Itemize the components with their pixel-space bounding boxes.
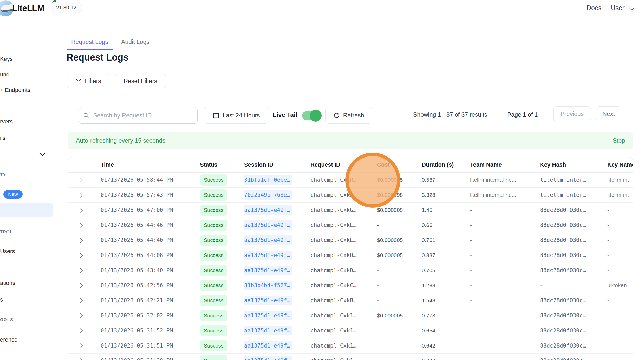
cell-request-id: chatcmpl-CxkC… — [310, 278, 377, 293]
cell-key-hash: 88dc28d0f030c… — [540, 353, 607, 360]
session-id-link[interactable]: aa1375d1-e49f… — [244, 220, 292, 230]
cell-duration: 1.548 — [422, 293, 470, 308]
sidebar-item-playground[interactable]: und — [0, 71, 10, 78]
table-row[interactable]: 01/13/2026 05:43:40 PM Success aa1375d1-… — [68, 263, 633, 278]
row-expand-chevron-icon[interactable] — [78, 343, 83, 348]
search-input[interactable] — [93, 112, 193, 119]
table-row[interactable]: 01/13/2026 05:31:52 PM Success aa1375d1-… — [68, 323, 633, 338]
user-menu[interactable]: User — [611, 4, 625, 12]
click-highlight-circle — [345, 153, 400, 208]
sidebar-item-servers[interactable]: rvers — [0, 118, 13, 125]
cell-team-name: - — [470, 263, 540, 278]
sidebar-section-observability: TY — [0, 173, 6, 177]
tab-request-logs[interactable]: Request Logs — [67, 35, 113, 50]
session-id-link[interactable]: aa1375d1-e49f… — [244, 296, 292, 305]
new-badge: New — [3, 190, 23, 199]
table-row[interactable]: 01/13/2026 05:42:56 PM Success 31b3b4b4-… — [68, 278, 633, 293]
row-expand-chevron-icon[interactable] — [78, 298, 83, 303]
user-chevron-down-icon[interactable] — [629, 5, 634, 10]
table-row[interactable]: 01/13/2026 05:42:21 PM Success aa1375d1-… — [68, 293, 633, 308]
row-expand-chevron-icon[interactable] — [78, 208, 83, 212]
table-row[interactable]: 01/13/2026 05:44:40 PM Success aa1375d1-… — [68, 233, 633, 248]
user-menu-label: User — [611, 4, 625, 11]
auto-refresh-banner: Auto-refreshing every 15 seconds Stop — [68, 132, 633, 149]
status-badge: Success — [200, 250, 227, 261]
session-id-link[interactable]: aa1375d1-e49f… — [244, 311, 292, 320]
session-id-link[interactable]: aa1375d1-e49f… — [244, 356, 292, 360]
row-expand-chevron-icon[interactable] — [78, 223, 83, 227]
col-expand — [68, 157, 101, 172]
cell-duration: 0.587 — [422, 172, 470, 187]
log-table-body: 01/13/2026 05:58:44 PM Success 31bfa1cf-… — [68, 172, 633, 360]
row-expand-chevron-icon[interactable] — [78, 238, 83, 243]
cell-team-name: - — [470, 308, 540, 323]
row-expand-chevron-icon[interactable] — [78, 313, 83, 318]
sidebar-item-guardrails[interactable]: ils — [0, 135, 5, 141]
cell-key-hash: litellm-inter… — [540, 172, 607, 187]
session-id-link[interactable]: aa1375d1-e49f… — [244, 251, 292, 260]
cell-key-hash: 88dc28d0f030c… — [540, 248, 607, 263]
cell-cost: - — [377, 263, 422, 278]
row-expand-chevron-icon[interactable] — [78, 193, 83, 197]
status-badge: Success — [200, 235, 227, 246]
sidebar-item-organizations[interactable]: ations — [0, 280, 15, 286]
sidebar-item-keys[interactable]: Keys — [0, 56, 13, 62]
previous-page-button[interactable]: Previous — [553, 106, 591, 121]
session-id-link[interactable]: aa1375d1-e49f… — [244, 341, 292, 350]
session-id-link[interactable]: aa1375d1-e49f… — [244, 235, 292, 245]
sidebar-item-reference[interactable]: erence — [0, 336, 17, 343]
cell-team-name: litellm-internal-he... — [470, 172, 540, 187]
cell-cost: $0.000005 — [377, 248, 422, 263]
cell-cost: $0.000005 — [377, 233, 422, 248]
row-expand-chevron-icon[interactable] — [78, 178, 83, 182]
sidebar-item-models-endpoints[interactable]: + Endpoints — [0, 87, 30, 94]
session-id-link[interactable]: 7022549b-763e… — [244, 190, 292, 200]
status-badge: Success — [200, 310, 227, 321]
col-duration: Duration (s) — [422, 157, 470, 172]
page-info: Page 1 of 1 — [507, 111, 538, 118]
sidebar-item-logs-active[interactable] — [0, 203, 53, 217]
table-row[interactable]: 01/13/2026 05:31:38 PM Success aa1375d1-… — [68, 353, 633, 360]
docs-link[interactable]: Docs — [587, 4, 601, 12]
stop-auto-refresh-link[interactable]: Stop — [613, 137, 625, 144]
next-page-button[interactable]: Next — [596, 106, 621, 121]
row-expand-chevron-icon[interactable] — [78, 358, 83, 360]
cell-key-hash: 88dc28d0f030c… — [540, 323, 607, 338]
sidebar-item-teams[interactable]: s — [0, 296, 3, 303]
row-expand-chevron-icon[interactable] — [78, 283, 83, 288]
row-expand-chevron-icon[interactable] — [78, 268, 83, 273]
sidebar-item-users[interactable]: Users — [0, 248, 15, 255]
table-row[interactable]: 01/13/2026 05:44:46 PM Success aa1375d1-… — [68, 218, 633, 233]
tab-bar: Request Logs Audit Logs — [67, 35, 633, 49]
filters-button[interactable]: Filters — [67, 74, 109, 88]
table-row[interactable]: 01/13/2026 05:44:08 PM Success aa1375d1-… — [68, 248, 633, 263]
session-id-link[interactable]: 31b3b4b4-f527… — [244, 281, 292, 290]
cell-team-name: - — [470, 323, 540, 338]
tab-audit-logs[interactable]: Audit Logs — [121, 35, 149, 49]
time-range-button[interactable]: Last 24 Hours — [204, 107, 269, 124]
cell-duration: 3.328 — [422, 187, 470, 202]
sidebar-collapse-chevron-icon[interactable] — [40, 150, 45, 156]
table-row[interactable]: 01/13/2026 05:32:02 PM Success aa1375d1-… — [68, 308, 633, 323]
row-expand-chevron-icon[interactable] — [78, 328, 83, 333]
session-id-link[interactable]: aa1375d1-e49f… — [244, 266, 292, 275]
session-id-link[interactable]: aa1375d1-e49f… — [244, 205, 292, 215]
table-row[interactable]: 01/13/2026 05:47:00 PM Success aa1375d1-… — [68, 202, 633, 218]
live-tail-toggle[interactable] — [302, 111, 321, 120]
cell-request-id: chatcmpl-CxkB… — [310, 293, 377, 308]
refresh-button[interactable]: Refresh — [325, 107, 372, 124]
reset-filters-button[interactable]: Reset Filters — [115, 74, 166, 88]
table-row[interactable]: 01/13/2026 05:31:51 PM Success aa1375d1-… — [68, 338, 633, 353]
session-id-link[interactable]: aa1375d1-e49f… — [244, 326, 292, 335]
cell-key-hash: 88dc28d0f030c… — [540, 218, 607, 233]
cell-team-name: - — [470, 248, 540, 263]
status-badge: Success — [200, 265, 227, 276]
session-id-link[interactable]: 31bfa1cf-0ebe… — [244, 175, 292, 185]
row-expand-chevron-icon[interactable] — [78, 253, 83, 258]
toggle-knob — [310, 110, 322, 122]
cell-key-hash: 88dc28d0f030c… — [540, 338, 607, 353]
status-badge: Success — [200, 174, 227, 186]
col-team-name: Team Name — [470, 157, 540, 172]
status-badge: Success — [200, 325, 227, 336]
status-badge: Success — [200, 340, 227, 351]
